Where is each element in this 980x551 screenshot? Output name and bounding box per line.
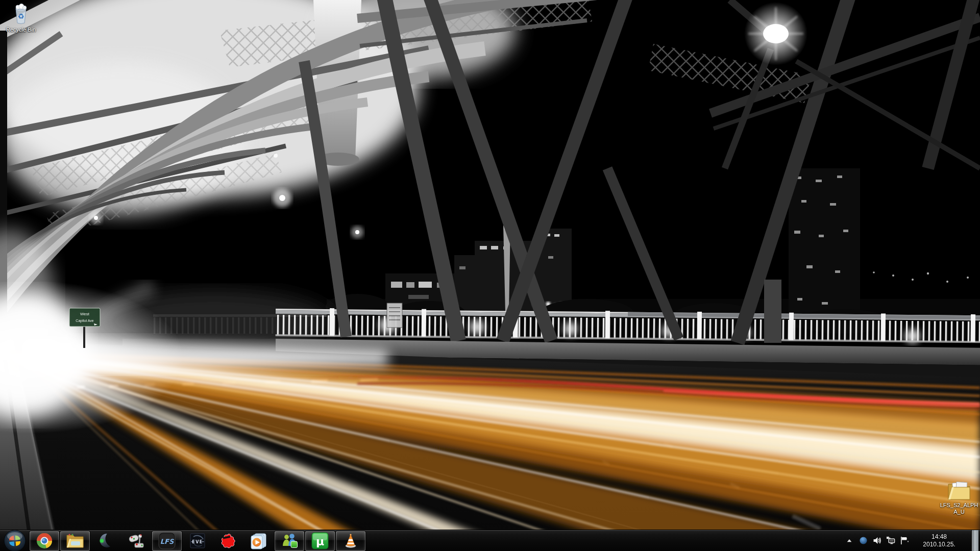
blue-orb-icon: [859, 536, 868, 545]
ninja-creature-icon: [219, 532, 237, 549]
taskbar-clock[interactable]: 14:48 2010.10.25.: [914, 533, 965, 548]
tray-status-orb[interactable]: [859, 536, 868, 545]
desktop: West Capitol Ave ♻ Recycle Bin LFS_S2_AL…: [0, 0, 980, 551]
utorrent-icon: µ: [311, 532, 329, 550]
taskbar-chrome-button[interactable]: [30, 531, 59, 551]
live-for-speed-icon: LFS: [158, 532, 176, 550]
clock-date: 2010.10.25.: [916, 541, 963, 548]
taskbar-buttons: LFS EVE: [0, 530, 365, 551]
eve-online-icon: EVE: [189, 533, 206, 549]
taskbar: LFS EVE: [0, 530, 980, 551]
show-hidden-icons-button[interactable]: [845, 536, 854, 545]
svg-text:♻: ♻: [18, 12, 24, 20]
chevron-up-icon: [846, 537, 853, 544]
speaker-icon: [873, 536, 881, 545]
network-icon: [886, 536, 895, 545]
svg-text:Capitol Ave: Capitol Ave: [76, 319, 93, 323]
taskbar-vlc-button[interactable]: [336, 531, 365, 551]
desktop-folder-icon[interactable]: LFS_S2_ALPH A_U: [936, 480, 980, 515]
vlc-icon: [342, 532, 359, 549]
clock-time: 14:48: [916, 533, 963, 541]
svg-text:µ: µ: [316, 535, 324, 548]
desktop-folder-label: LFS_S2_ALPH A_U: [940, 502, 978, 515]
windows-media-player-icon: [250, 532, 267, 549]
system-tray: 14:48 2010.10.25.: [845, 530, 980, 551]
wallpaper-bridge-night: West Capitol Ave: [0, 0, 980, 551]
recycle-bin-label: Recycle Bin: [6, 27, 36, 33]
taskbar-explorer-button[interactable]: [60, 531, 90, 551]
tray-network-button[interactable]: [886, 536, 895, 545]
taskbar-lfs-button[interactable]: LFS: [152, 531, 182, 551]
taskbar-utorrent-button[interactable]: µ: [305, 531, 335, 551]
teamspeak-icon: [97, 533, 114, 549]
taskbar-ninja-game-button[interactable]: [213, 531, 243, 551]
taskbar-teamspeak-button[interactable]: [91, 531, 120, 551]
game-controller-icon: [128, 532, 145, 549]
taskbar-game-controller-button[interactable]: [121, 531, 151, 551]
show-desktop-button[interactable]: [971, 530, 978, 551]
windows-live-messenger-icon: [281, 532, 298, 549]
deck-sign: [387, 303, 402, 328]
taskbar-messenger-button[interactable]: [275, 531, 304, 551]
svg-text:LFS: LFS: [160, 538, 175, 545]
windows-orb-icon: [4, 530, 26, 551]
svg-text:West: West: [80, 312, 90, 316]
folder-glyph: [946, 480, 972, 501]
taskbar-eve-button[interactable]: EVE: [183, 531, 212, 551]
windows-explorer-icon: [66, 533, 84, 549]
start-button[interactable]: [1, 530, 29, 551]
chrome-icon: [36, 532, 53, 549]
recycle-bin-glyph: ♻: [10, 3, 32, 26]
svg-text:EVE: EVE: [192, 540, 203, 544]
tray-volume-button[interactable]: [872, 536, 881, 545]
street-lamp: [744, 2, 807, 65]
tray-action-center-button[interactable]: [900, 536, 909, 545]
taskbar-empty-area: [365, 530, 845, 551]
recycle-bin-icon[interactable]: ♻ Recycle Bin: [3, 3, 39, 33]
flag-icon: [900, 536, 909, 545]
taskbar-wmp-button[interactable]: [244, 531, 274, 551]
